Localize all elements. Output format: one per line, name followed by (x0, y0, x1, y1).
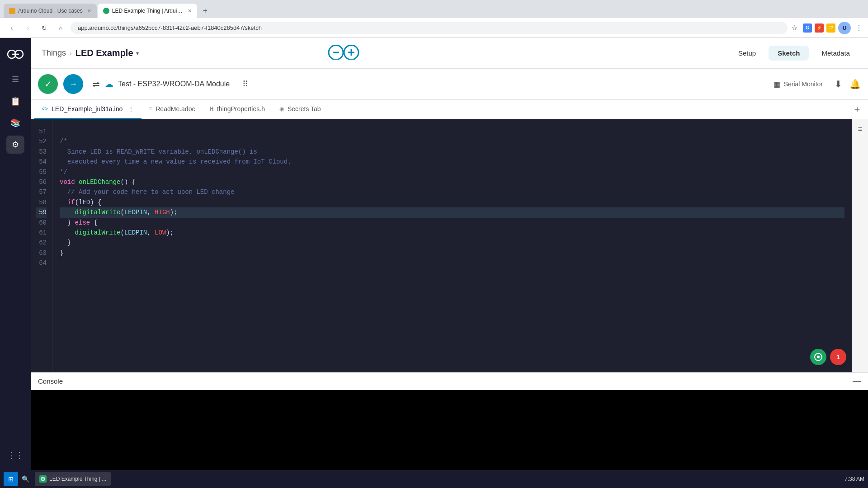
bell-icon[interactable]: 🔔 (849, 79, 861, 89)
sidebar-icon-settings[interactable]: ⚙ (6, 136, 24, 154)
status-badge-green[interactable] (810, 349, 826, 365)
code-line-63: } (60, 248, 844, 258)
code-line-62: } (60, 238, 844, 248)
setup-button[interactable]: Setup (731, 46, 763, 61)
new-tab-button[interactable]: + (199, 5, 212, 17)
line-numbers: 51 52 53 54 55 56 57 58 59 60 61 62 63 6… (31, 119, 52, 372)
ext-icon-1[interactable]: G (803, 23, 812, 33)
sidebar: ☰ 📋 📚 ⚙ ⋮⋮ (0, 38, 31, 472)
device-name-label: Test - ESP32-WROOM-DA Module (118, 80, 230, 88)
breadcrumb: Things › LED Example ▾ (42, 48, 139, 58)
nav-actions: Setup Sketch Metadata (731, 46, 857, 61)
usb-icon: ⇌ (92, 79, 100, 89)
taskbar-time: 7:38 AM (844, 476, 864, 482)
ext-icon-2[interactable]: ⚡ (815, 23, 824, 33)
code-line-61: digitalWrite(LEDPIN, LOW); (60, 228, 844, 238)
profile-avatar[interactable]: U (838, 22, 851, 34)
plotter-icon[interactable]: ⠿ (242, 79, 248, 89)
browser-tab-2[interactable]: LED Example Thing | Arduino C... ✕ (98, 4, 197, 18)
code-editor[interactable]: 51 52 53 54 55 56 57 58 59 60 61 62 63 6… (31, 119, 852, 372)
right-toolbar: ≡ (852, 119, 868, 372)
top-nav: Things › LED Example ▾ Setup (31, 38, 868, 69)
upload-button[interactable]: → (63, 74, 83, 94)
svg-point-9 (817, 356, 820, 358)
file-tab-readme[interactable]: ≡ ReadMe.adoc (142, 100, 202, 119)
code-line-57: // Add your code here to act upon LED ch… (60, 187, 844, 197)
console-header: Console — (31, 373, 868, 390)
sidebar-icon-library[interactable]: 📚 (6, 114, 24, 132)
sketch-button[interactable]: Sketch (769, 46, 809, 61)
things-link[interactable]: Things (42, 48, 66, 58)
taskbar-item-label: LED Example Thing | ... (49, 476, 106, 482)
serial-monitor-icon: ▦ (774, 80, 780, 89)
tab-favicon-2 (103, 8, 109, 14)
tab-bar: Arduino Cloud - Use cases ✕ LED Example … (0, 0, 868, 18)
code-line-51 (60, 127, 844, 136)
code-content[interactable]: /* Since LED is READ_WRITE variable, onL… (52, 119, 852, 372)
sidebar-icon-menu[interactable]: ☰ (6, 70, 24, 89)
editor-toolbar: ✓ → ⇌ ☁ Test - ESP32-WROOM-DA Module ⠿ ▦… (31, 69, 868, 100)
code-line-53: Since LED is READ_WRITE variable, onLEDC… (60, 147, 844, 157)
status-badge-red[interactable]: 1 (830, 349, 846, 365)
browser-menu[interactable]: ⋮ (855, 23, 863, 32)
file-tab-label-secrets: Secrets Tab (288, 105, 321, 113)
serial-monitor-button[interactable]: ▦ Serial Monitor (769, 77, 827, 91)
status-badges: 1 (810, 349, 846, 365)
home-button[interactable]: ⌂ (54, 22, 67, 34)
console-section: Console — (31, 372, 868, 472)
address-bar: ‹ › ↻ ⌂ ☆ G ⚡ 🛡 U ⋮ (0, 18, 868, 38)
file-tab-icon-readme: ≡ (149, 106, 152, 112)
browser-tab-1[interactable]: Arduino Cloud - Use cases ✕ (4, 4, 97, 18)
cloud-sync-icon: ☁ (104, 79, 113, 89)
extensions-area: G ⚡ 🛡 U ⋮ (803, 22, 863, 34)
device-section: ⇌ ☁ Test - ESP32-WROOM-DA Module (92, 79, 230, 89)
sidebar-bottom-icon[interactable]: ⋮⋮ (6, 446, 24, 465)
file-tab-menu-main[interactable]: ⋮ (128, 105, 134, 113)
right-tool-lines[interactable]: ≡ (854, 123, 867, 136)
dropdown-chevron: ▾ (136, 50, 139, 56)
verify-button[interactable]: ✓ (38, 74, 58, 94)
arduino-logo-center (328, 45, 359, 61)
file-tab-label-readme: ReadMe.adoc (156, 105, 195, 113)
serial-monitor-label: Serial Monitor (784, 80, 823, 88)
current-thing[interactable]: LED Example ▾ (75, 48, 139, 58)
breadcrumb-separator: › (70, 50, 72, 57)
error-count: 1 (836, 353, 840, 361)
tab-favicon-1 (9, 8, 15, 14)
code-line-54: executed every time a new value is recei… (60, 157, 844, 167)
file-tab-label-main: LED_Example_jul31a.ino (52, 105, 123, 113)
forward-button[interactable]: › (22, 22, 34, 34)
file-tab-props[interactable]: H thingProperties.h (202, 100, 272, 119)
sidebar-icon-clipboard[interactable]: 📋 (6, 92, 24, 110)
file-tabs: <> LED_Example_jul31a.ino ⋮ ≡ ReadMe.ado… (31, 100, 868, 119)
taskbar-item[interactable]: LED Example Thing | ... (35, 472, 111, 486)
back-button[interactable]: ‹ (5, 22, 18, 34)
taskbar: ⊞ 🔍 LED Example Thing | ... 7:38 AM (0, 470, 868, 488)
download-icon[interactable]: ⬇ (835, 79, 842, 89)
code-line-52: /* (60, 136, 844, 146)
console-minimize-button[interactable]: — (853, 376, 861, 386)
tab-close-2[interactable]: ✕ (188, 8, 192, 14)
file-tab-label-props: thingProperties.h (217, 105, 265, 113)
file-tab-main[interactable]: <> LED_Example_jul31a.ino ⋮ (34, 100, 142, 119)
file-tab-icon-secrets: ◉ (279, 106, 284, 112)
console-body (31, 390, 868, 472)
reload-button[interactable]: ↻ (38, 22, 51, 34)
taskbar-item-icon (39, 475, 47, 483)
bookmark-icon[interactable]: ☆ (791, 23, 797, 32)
code-line-56: void onLEDChange() { (60, 177, 844, 187)
taskbar-start-button[interactable]: ⊞ (4, 472, 18, 486)
metadata-button[interactable]: Metadata (814, 46, 857, 61)
code-line-60: } else { (60, 218, 844, 228)
tab-title-1: Arduino Cloud - Use cases (18, 8, 83, 14)
serial-monitor-section: ▦ Serial Monitor ⬇ 🔔 (769, 77, 861, 91)
sidebar-logo[interactable] (6, 45, 24, 63)
taskbar-search-icon[interactable]: 🔍 (22, 475, 29, 483)
ext-icon-3[interactable]: 🛡 (826, 23, 835, 33)
add-file-button[interactable]: + (850, 102, 864, 117)
code-line-58: if(lED) { (60, 197, 844, 207)
tab-close-1[interactable]: ✕ (87, 8, 91, 14)
browser-chrome: Arduino Cloud - Use cases ✕ LED Example … (0, 0, 868, 38)
address-input[interactable] (71, 22, 788, 34)
file-tab-secrets[interactable]: ◉ Secrets Tab (272, 100, 328, 119)
